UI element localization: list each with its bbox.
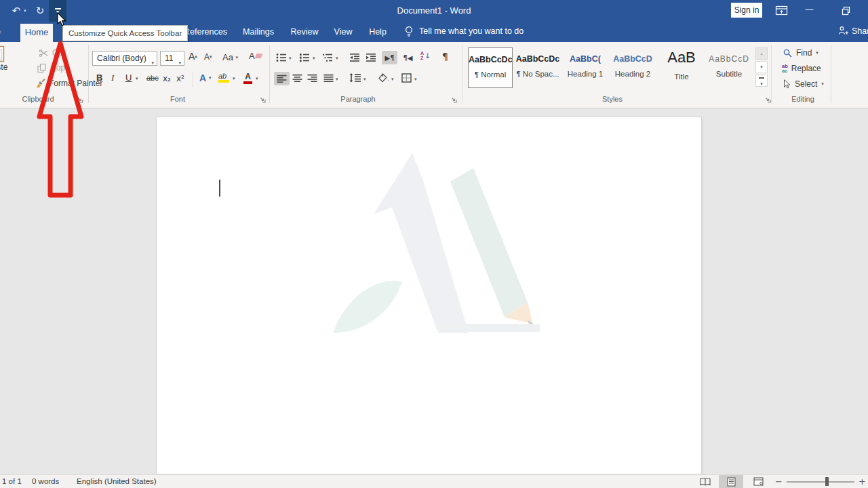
style-heading1[interactable]: AaBbC( Heading 1 (563, 47, 608, 88)
subscript-letters: x₂ (163, 74, 171, 83)
align-left-icon (277, 75, 287, 83)
tab-help[interactable]: Help (369, 24, 387, 42)
change-case-button[interactable]: Aa ▾ (222, 52, 238, 62)
show-paragraph-marks-button[interactable]: ¶ (442, 51, 448, 62)
style-preview: AaBbCcD (707, 54, 751, 64)
page-indicator[interactable]: 1 of 1 (2, 477, 22, 485)
font-color-button[interactable]: A (243, 72, 252, 84)
clear-formatting-button[interactable]: A (249, 51, 262, 61)
bullets-button[interactable] (276, 53, 287, 62)
style-subtitle[interactable]: AaBbCcD Subtitle (707, 47, 751, 88)
group-separator (269, 45, 270, 103)
style-heading2[interactable]: AaBbCcD Heading 2 (610, 47, 655, 88)
increase-indent-button[interactable] (366, 53, 376, 62)
tab-file[interactable]: File (0, 24, 7, 42)
styles-scroll-up-button[interactable]: ▴ (755, 47, 768, 60)
style-preview: AaBbCcD (610, 54, 655, 64)
print-layout-button[interactable] (719, 475, 743, 488)
web-layout-button[interactable] (746, 475, 770, 488)
multilevel-list-button[interactable] (322, 53, 333, 62)
paste-button[interactable]: Paste (0, 45, 12, 72)
find-magnifier-icon (783, 49, 792, 58)
justify-caret-icon[interactable]: ▾ (336, 77, 338, 82)
clear-formatting-letter: A (249, 51, 255, 61)
share-button[interactable]: Share (838, 26, 868, 36)
bold-button[interactable]: B (96, 73, 102, 83)
document-page[interactable] (156, 117, 702, 474)
style-no-spacing[interactable]: AaBbCcDc ¶ No Spac... (515, 47, 560, 88)
subscript-button[interactable]: x₂ (163, 74, 171, 83)
zoom-in-button[interactable]: + (859, 476, 866, 487)
align-right-button[interactable] (307, 74, 317, 83)
grow-font-button[interactable]: A▴ (189, 51, 197, 62)
group-separator (462, 45, 462, 103)
font-size-combobox[interactable]: 11 ▾ (160, 51, 184, 66)
borders-button[interactable] (401, 73, 412, 83)
style-name: Heading 2 (610, 70, 655, 78)
rtl-text-direction-button[interactable]: ¶◀ (400, 51, 416, 64)
tab-references[interactable]: References (184, 24, 227, 42)
cut-button[interactable]: Cut (39, 48, 65, 58)
shading-caret-icon[interactable]: ▾ (391, 77, 394, 82)
format-painter-button[interactable]: Format Painter (36, 79, 102, 88)
bullets-caret-icon[interactable]: ▾ (289, 56, 292, 61)
text-insertion-caret (219, 180, 220, 197)
read-mode-button[interactable] (693, 475, 717, 488)
clipboard-group-label: Clipboard (0, 95, 76, 103)
find-button[interactable]: Find ▾ (783, 48, 818, 58)
highlight-caret-icon[interactable]: ▾ (233, 76, 235, 81)
font-dialog-launcher[interactable] (259, 94, 267, 102)
paragraph-dialog-launcher[interactable] (450, 94, 458, 102)
format-painter-brush-icon (36, 79, 45, 88)
select-button[interactable]: Select ▾ (783, 79, 824, 89)
styles-scroll-down-button[interactable]: ▾ (755, 61, 768, 73)
copy-button[interactable]: Copy (37, 63, 69, 73)
font-name-combobox[interactable]: Calibri (Body) ▾ (92, 51, 157, 66)
replace-button[interactable]: ab ac Replace (782, 64, 821, 73)
line-spacing-caret-icon[interactable]: ▾ (363, 77, 366, 82)
zoom-out-button[interactable]: − (775, 476, 783, 487)
text-effects-button[interactable]: A ▾ (199, 73, 212, 83)
paste-label: Paste (0, 62, 7, 72)
shrink-font-arrow-icon: ▾ (210, 54, 212, 60)
decrease-indent-button[interactable] (349, 53, 360, 62)
numbering-caret-icon[interactable]: ▾ (313, 56, 315, 61)
font-color-caret-icon[interactable]: ▾ (256, 76, 258, 81)
styles-more-button[interactable]: ▾ (755, 75, 768, 87)
tab-view[interactable]: View (334, 24, 353, 42)
styles-dialog-launcher[interactable] (764, 94, 772, 102)
underline-caret-icon[interactable]: ▾ (136, 76, 138, 81)
borders-caret-icon[interactable]: ▾ (414, 77, 417, 82)
word-count[interactable]: 0 words (32, 477, 59, 485)
underline-button[interactable]: U (125, 73, 132, 83)
select-cursor-icon (783, 79, 791, 89)
justify-button[interactable] (323, 74, 334, 83)
clipboard-dialog-launcher[interactable] (77, 94, 84, 102)
tab-home[interactable]: Home (20, 24, 53, 42)
italic-button[interactable]: I (111, 73, 114, 83)
ltr-text-direction-button[interactable]: ▶¶ (382, 51, 397, 64)
language-indicator[interactable]: English (United States) (77, 477, 157, 485)
highlight-color-button[interactable]: ab (218, 72, 229, 83)
tab-mailings[interactable]: Mailings (243, 24, 274, 42)
shrink-font-button[interactable]: A▾ (204, 52, 212, 62)
sign-in-button[interactable]: Sign in (731, 3, 762, 18)
superscript-button[interactable]: x² (176, 74, 184, 83)
tab-review[interactable]: Review (291, 24, 319, 42)
style-title[interactable]: AaB Title (659, 47, 704, 88)
line-spacing-button[interactable] (349, 73, 361, 83)
tell-me-box[interactable]: Tell me what you want to do (419, 26, 524, 36)
align-center-button[interactable] (292, 74, 302, 83)
shrink-font-letter: A (204, 52, 210, 62)
numbering-button[interactable] (299, 53, 310, 62)
strikethrough-button[interactable]: abc (146, 74, 159, 82)
shading-button[interactable] (378, 73, 390, 83)
paragraph-group-label: Paragraph (271, 95, 445, 103)
align-left-button[interactable] (274, 72, 290, 85)
zoom-slider-thumb[interactable] (825, 477, 829, 486)
sort-button[interactable]: A Z ↓ (420, 51, 431, 60)
style-normal[interactable]: AaBbCcDc ¶ Normal (468, 47, 513, 88)
title-bar: ↶ ▾ ↻ ▾ Document1 - Word Sign in — (0, 0, 868, 22)
multilevel-caret-icon[interactable]: ▾ (336, 56, 338, 61)
zoom-slider-track[interactable] (787, 481, 854, 483)
